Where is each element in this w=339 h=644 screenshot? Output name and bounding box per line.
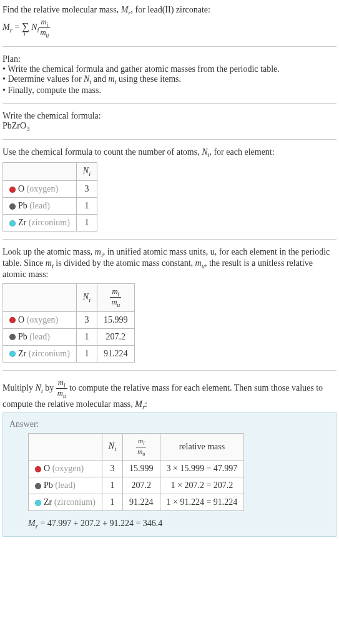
table-row: O (oxygen) 3 15.999 3 × 15.999 = 47.997	[29, 460, 244, 477]
multiply-section: Multiply Ni by mimu to compute the relat…	[2, 376, 337, 539]
chemical-formula: PbZrO3	[2, 121, 337, 132]
element-cell-o: O (oxygen)	[3, 311, 77, 328]
ni-value: 1	[76, 198, 97, 215]
mi-mu-header: mimu	[123, 434, 160, 460]
ni-value: 3	[102, 460, 122, 477]
ni-value: 1	[76, 345, 97, 362]
dot-icon	[9, 351, 16, 357]
dot-icon	[9, 334, 16, 340]
m-value: 15.999	[123, 460, 160, 477]
count-section: Use the chemical formula to count the nu…	[2, 145, 337, 234]
dot-icon	[35, 466, 41, 472]
element-cell-pb: Pb (lead)	[3, 198, 77, 215]
element-cell-o: O (oxygen)	[29, 460, 102, 477]
plan-item-3: • Finally, compute the mass.	[2, 85, 337, 95]
intro-section: Find the relative molecular mass, Mr, fo…	[2, 2, 337, 41]
divider	[2, 46, 337, 47]
mi-mu-header: mimu	[97, 283, 135, 311]
dot-icon	[35, 483, 41, 489]
dot-icon	[9, 203, 16, 210]
write-formula-section: Write the chemical formula: PbZrO3	[2, 109, 337, 135]
dot-icon	[9, 220, 16, 227]
plan-section: Plan: • Write the chemical formula and g…	[2, 52, 337, 98]
multiply-text: Multiply Ni by mimu to compute the relat…	[2, 378, 337, 411]
lookup-text: Look up the atomic mass, mi, in unified …	[2, 247, 337, 280]
plan-item-1: • Write the chemical formula and gather …	[2, 64, 337, 74]
m-value: 15.999	[97, 311, 135, 328]
relmass-value: 1 × 207.2 = 207.2	[160, 477, 244, 494]
ni-header: Ni	[76, 163, 97, 181]
element-cell-zr: Zr (zirconium)	[29, 494, 102, 510]
table-row: Zr (zirconium) 1 91.224	[3, 345, 135, 362]
ni-header: Ni	[76, 283, 97, 311]
m-value: 91.224	[123, 494, 160, 510]
lookup-section: Look up the atomic mass, mi, in unified …	[2, 245, 337, 365]
relmass-value: 1 × 91.224 = 91.224	[160, 494, 244, 510]
lookup-table: Ni mimu O (oxygen) 3 15.999 Pb (lead) 1 …	[2, 283, 135, 363]
divider	[2, 103, 337, 104]
ni-header: Ni	[102, 434, 122, 460]
table-row: Pb (lead) 1 207.2 1 × 207.2 = 207.2	[29, 477, 244, 494]
dot-icon	[9, 317, 16, 323]
ni-value: 1	[76, 328, 97, 345]
divider	[2, 370, 337, 371]
table-header-row: Ni mimu relative mass	[29, 434, 244, 460]
element-cell-pb: Pb (lead)	[29, 477, 102, 494]
count-table: Ni O (oxygen) 3 Pb (lead) 1 Zr (zirconiu…	[2, 162, 97, 232]
m-value: 91.224	[97, 345, 135, 362]
table-row: O (oxygen) 3 15.999	[3, 311, 135, 328]
table-row: Pb (lead) 1 207.2	[3, 328, 135, 345]
count-text: Use the chemical formula to count the nu…	[2, 147, 337, 159]
table-row: Pb (lead) 1	[3, 198, 97, 215]
plan-item-2: • Determine values for Ni and mi using t…	[2, 74, 337, 85]
m-value: 207.2	[123, 477, 160, 494]
answer-box: Answer: Ni mimu relative mass O (oxygen)…	[2, 412, 337, 536]
element-cell-zr: Zr (zirconium)	[3, 215, 77, 232]
dot-icon	[35, 500, 41, 506]
dot-icon	[9, 187, 16, 193]
relmass-value: 3 × 15.999 = 47.997	[160, 460, 244, 477]
mr-equation: Mr = ∑i Nimimu	[2, 17, 337, 39]
relmass-header: relative mass	[160, 434, 244, 460]
element-cell-o: O (oxygen)	[3, 181, 77, 198]
table-header-row: Ni	[3, 163, 97, 181]
table-row: Zr (zirconium) 1	[3, 215, 97, 232]
mr-symbol: Mr	[121, 5, 131, 14]
mr-sum-line: Mr = 47.997 + 207.2 + 91.224 = 346.4	[28, 519, 330, 530]
intro-text-a: Find the relative molecular mass,	[2, 5, 121, 14]
answer-label: Answer:	[9, 419, 330, 429]
write-heading: Write the chemical formula:	[2, 111, 337, 121]
ni-value: 3	[76, 311, 97, 328]
ni-value: 1	[102, 494, 122, 510]
divider	[2, 239, 337, 240]
divider	[2, 139, 337, 140]
ni-value: 1	[76, 215, 97, 232]
answer-table: Ni mimu relative mass O (oxygen) 3 15.99…	[28, 433, 244, 510]
plan-heading: Plan:	[2, 54, 337, 64]
ni-value: 1	[102, 477, 122, 494]
table-row: O (oxygen) 3	[3, 181, 97, 198]
table-row: Zr (zirconium) 1 91.224 1 × 91.224 = 91.…	[29, 494, 244, 510]
element-cell-pb: Pb (lead)	[3, 328, 77, 345]
ni-value: 3	[76, 181, 97, 198]
table-header-row: Ni mimu	[3, 283, 135, 311]
intro-text-b: , for lead(II) zirconate:	[131, 5, 210, 14]
element-cell-zr: Zr (zirconium)	[3, 345, 77, 362]
m-value: 207.2	[97, 328, 135, 345]
